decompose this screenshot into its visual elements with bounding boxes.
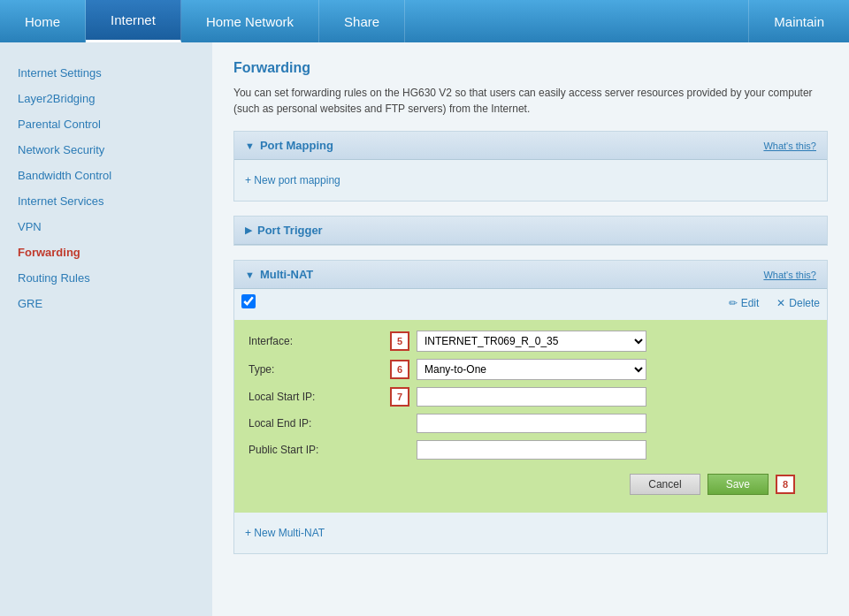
port-trigger-header[interactable]: ▶ Port Trigger: [234, 217, 827, 245]
edit-label: Edit: [741, 297, 760, 309]
public-start-ip-control: [417, 440, 646, 460]
new-port-mapping-link[interactable]: + New port mapping: [245, 169, 340, 192]
sidebar-item-vpn[interactable]: VPN: [0, 214, 212, 240]
multi-nat-checkbox[interactable]: [241, 294, 256, 308]
sidebar: Internet Settings Layer2Bridging Parenta…: [0, 42, 212, 616]
type-label: Type:: [249, 363, 390, 376]
multi-nat-action-row: ✏ Edit ✕ Delete: [234, 289, 827, 316]
multi-nat-whats-this[interactable]: What's this?: [763, 270, 816, 280]
step-7-badge: 7: [390, 387, 409, 407]
nav-home-network[interactable]: Home Network: [181, 0, 319, 42]
local-end-ip-label: Local End IP:: [249, 417, 390, 430]
interface-row: Interface: 5 INTERNET_TR069_R_0_35: [249, 331, 813, 352]
new-multi-nat-link[interactable]: + New Multi-NAT: [245, 521, 325, 544]
interface-control: INTERNET_TR069_R_0_35: [417, 331, 646, 352]
sidebar-item-forwarding[interactable]: Forwarding: [0, 240, 212, 265]
port-mapping-whats-this[interactable]: What's this?: [763, 141, 816, 151]
sidebar-item-layer2-bridging[interactable]: Layer2Bridging: [0, 86, 212, 111]
edit-icon: ✏: [729, 297, 738, 309]
save-button[interactable]: Save: [708, 474, 769, 495]
port-mapping-section: ▼ Port Mapping What's this? + New port m…: [233, 131, 828, 202]
public-start-ip-input[interactable]: [417, 440, 646, 460]
sidebar-item-gre[interactable]: GRE: [0, 291, 212, 316]
type-control: Many-to-OneOne-to-OneMany-to-Many: [417, 359, 646, 380]
local-end-ip-input[interactable]: [417, 414, 646, 433]
nav-maintain[interactable]: Maintain: [748, 0, 849, 42]
multi-nat-form: Interface: 5 INTERNET_TR069_R_0_35 Type:…: [234, 320, 827, 513]
top-nav: Home Internet Home Network Share Maintai…: [0, 0, 849, 42]
local-start-ip-input[interactable]: [417, 387, 646, 407]
local-end-ip-row: Local End IP:: [249, 414, 813, 433]
local-end-ip-control: [417, 414, 646, 433]
local-start-ip-control: [417, 387, 646, 407]
form-button-row: Cancel Save 8: [249, 467, 813, 502]
port-trigger-section: ▶ Port Trigger: [233, 216, 828, 246]
edit-button[interactable]: ✏ Edit: [729, 297, 760, 309]
step-5-badge: 5: [390, 331, 409, 351]
public-start-ip-label: Public Start IP:: [249, 444, 390, 456]
nav-home[interactable]: Home: [0, 0, 86, 42]
delete-icon: ✕: [776, 297, 785, 309]
sidebar-item-bandwidth-control[interactable]: Bandwidth Control: [0, 163, 212, 188]
nav-share[interactable]: Share: [319, 0, 405, 42]
main-layout: Internet Settings Layer2Bridging Parenta…: [0, 42, 849, 616]
page-description: You can set forwarding rules on the HG63…: [233, 85, 828, 117]
type-row: Type: 6 Many-to-OneOne-to-OneMany-to-Man…: [249, 359, 813, 380]
nav-internet[interactable]: Internet: [86, 0, 181, 42]
delete-button[interactable]: ✕ Delete: [776, 297, 820, 309]
step-6-badge: 6: [390, 360, 409, 379]
main-content: Forwarding You can set forwarding rules …: [212, 42, 849, 616]
sidebar-item-network-security[interactable]: Network Security: [0, 137, 212, 163]
port-mapping-title: Port Mapping: [260, 139, 764, 152]
port-trigger-title: Port Trigger: [257, 224, 816, 237]
port-mapping-arrow-icon: ▼: [245, 141, 255, 151]
delete-label: Delete: [789, 297, 820, 309]
cancel-button[interactable]: Cancel: [630, 474, 700, 495]
sidebar-item-parental-control[interactable]: Parental Control: [0, 111, 212, 137]
sidebar-item-routing-rules[interactable]: Routing Rules: [0, 265, 212, 291]
nav-spacer: [405, 0, 748, 42]
port-mapping-header[interactable]: ▼ Port Mapping What's this?: [234, 132, 827, 160]
multi-nat-footer: + New Multi-NAT: [234, 513, 827, 553]
local-start-ip-label: Local Start IP:: [249, 391, 390, 403]
local-start-ip-row: Local Start IP: 7: [249, 387, 813, 407]
type-select[interactable]: Many-to-OneOne-to-OneMany-to-Many: [417, 359, 646, 380]
multi-nat-arrow-icon: ▼: [245, 270, 255, 280]
multi-nat-title: Multi-NAT: [260, 268, 764, 281]
multi-nat-actions: ✏ Edit ✕ Delete: [729, 297, 820, 309]
public-start-ip-row: Public Start IP:: [249, 440, 813, 460]
multi-nat-checkbox-cell: [241, 294, 268, 311]
sidebar-item-internet-services[interactable]: Internet Services: [0, 188, 212, 214]
multi-nat-section: ▼ Multi-NAT What's this? ✏ Edit ✕ Delete: [233, 260, 828, 554]
page-title: Forwarding: [233, 60, 828, 76]
port-mapping-body: + New port mapping: [234, 160, 827, 201]
interface-select[interactable]: INTERNET_TR069_R_0_35: [417, 331, 646, 352]
port-trigger-arrow-icon: ▶: [245, 224, 252, 236]
interface-label: Interface:: [249, 335, 390, 347]
sidebar-item-internet-settings[interactable]: Internet Settings: [0, 60, 212, 86]
multi-nat-header[interactable]: ▼ Multi-NAT What's this?: [234, 261, 827, 289]
step-8-badge: 8: [776, 475, 795, 494]
